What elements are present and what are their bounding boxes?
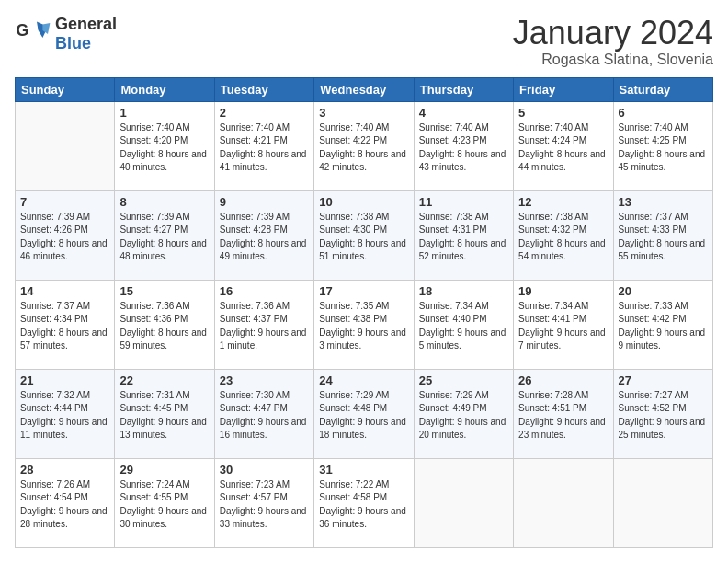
calendar-cell: 25Sunrise: 7:29 AMSunset: 4:49 PMDayligh… bbox=[414, 369, 513, 458]
calendar-week-row-0: 1Sunrise: 7:40 AMSunset: 4:20 PMDaylight… bbox=[16, 101, 713, 190]
day-detail: Sunrise: 7:28 AMSunset: 4:51 PMDaylight:… bbox=[518, 389, 608, 442]
calendar-cell: 21Sunrise: 7:32 AMSunset: 4:44 PMDayligh… bbox=[16, 369, 115, 458]
calendar-cell: 17Sunrise: 7:35 AMSunset: 4:38 PMDayligh… bbox=[314, 280, 414, 369]
day-detail: Sunrise: 7:37 AMSunset: 4:34 PMDaylight:… bbox=[20, 300, 109, 353]
day-number: 26 bbox=[518, 373, 608, 387]
day-number: 3 bbox=[319, 106, 408, 120]
title-section: January 2024 Rogaska Slatina, Slovenia bbox=[513, 15, 713, 68]
day-number: 12 bbox=[518, 195, 608, 209]
day-detail: Sunrise: 7:34 AMSunset: 4:40 PMDaylight:… bbox=[419, 300, 508, 353]
logo-text: General Blue bbox=[55, 15, 117, 53]
day-detail: Sunrise: 7:35 AMSunset: 4:38 PMDaylight:… bbox=[319, 300, 408, 353]
day-detail: Sunrise: 7:39 AMSunset: 4:28 PMDaylight:… bbox=[220, 211, 309, 264]
calendar-cell bbox=[514, 458, 613, 547]
calendar-cell: 27Sunrise: 7:27 AMSunset: 4:52 PMDayligh… bbox=[613, 369, 712, 458]
calendar-cell: 8Sunrise: 7:39 AMSunset: 4:27 PMDaylight… bbox=[115, 190, 214, 280]
calendar-cell: 5Sunrise: 7:40 AMSunset: 4:24 PMDaylight… bbox=[514, 101, 613, 190]
calendar-cell: 14Sunrise: 7:37 AMSunset: 4:34 PMDayligh… bbox=[16, 280, 115, 369]
calendar-cell: 18Sunrise: 7:34 AMSunset: 4:40 PMDayligh… bbox=[414, 280, 513, 369]
day-number: 25 bbox=[419, 373, 508, 387]
calendar-cell: 15Sunrise: 7:36 AMSunset: 4:36 PMDayligh… bbox=[115, 280, 214, 369]
day-number: 21 bbox=[20, 373, 109, 387]
day-detail: Sunrise: 7:31 AMSunset: 4:45 PMDaylight:… bbox=[119, 389, 209, 442]
day-detail: Sunrise: 7:40 AMSunset: 4:25 PMDaylight:… bbox=[619, 121, 708, 175]
header-friday: Friday bbox=[514, 77, 613, 101]
day-detail: Sunrise: 7:29 AMSunset: 4:48 PMDaylight:… bbox=[319, 389, 408, 442]
day-detail: Sunrise: 7:34 AMSunset: 4:41 PMDaylight:… bbox=[518, 300, 608, 353]
day-number: 5 bbox=[518, 106, 608, 120]
calendar-cell: 28Sunrise: 7:26 AMSunset: 4:54 PMDayligh… bbox=[16, 458, 115, 547]
day-detail: Sunrise: 7:40 AMSunset: 4:23 PMDaylight:… bbox=[419, 121, 508, 175]
calendar-cell: 2Sunrise: 7:40 AMSunset: 4:21 PMDaylight… bbox=[214, 101, 313, 190]
logo: G General Blue bbox=[15, 15, 117, 53]
day-detail: Sunrise: 7:29 AMSunset: 4:49 PMDaylight:… bbox=[419, 389, 508, 442]
day-detail: Sunrise: 7:39 AMSunset: 4:26 PMDaylight:… bbox=[20, 211, 109, 264]
day-number: 1 bbox=[119, 106, 209, 120]
calendar-cell: 12Sunrise: 7:38 AMSunset: 4:32 PMDayligh… bbox=[514, 190, 613, 280]
calendar-cell: 10Sunrise: 7:38 AMSunset: 4:30 PMDayligh… bbox=[314, 190, 414, 280]
day-number: 13 bbox=[619, 195, 708, 209]
calendar-cell: 20Sunrise: 7:33 AMSunset: 4:42 PMDayligh… bbox=[613, 280, 712, 369]
header-tuesday: Tuesday bbox=[214, 77, 313, 101]
day-detail: Sunrise: 7:40 AMSunset: 4:21 PMDaylight:… bbox=[220, 121, 309, 175]
day-number: 28 bbox=[20, 463, 109, 477]
day-detail: Sunrise: 7:33 AMSunset: 4:42 PMDaylight:… bbox=[619, 300, 708, 353]
day-number: 29 bbox=[119, 463, 209, 477]
day-number: 2 bbox=[220, 106, 309, 120]
calendar-header-row: Sunday Monday Tuesday Wednesday Thursday… bbox=[16, 77, 713, 101]
day-detail: Sunrise: 7:38 AMSunset: 4:32 PMDaylight:… bbox=[518, 211, 608, 264]
day-number: 23 bbox=[220, 373, 309, 387]
calendar-cell: 3Sunrise: 7:40 AMSunset: 4:22 PMDaylight… bbox=[314, 101, 414, 190]
logo-icon: G bbox=[15, 16, 51, 52]
calendar-cell bbox=[613, 458, 712, 547]
day-number: 17 bbox=[319, 284, 408, 298]
logo-general-text: General bbox=[55, 15, 117, 34]
calendar-cell: 23Sunrise: 7:30 AMSunset: 4:47 PMDayligh… bbox=[214, 369, 313, 458]
calendar-cell: 31Sunrise: 7:22 AMSunset: 4:58 PMDayligh… bbox=[314, 458, 414, 547]
calendar-cell: 19Sunrise: 7:34 AMSunset: 4:41 PMDayligh… bbox=[514, 280, 613, 369]
day-detail: Sunrise: 7:40 AMSunset: 4:24 PMDaylight:… bbox=[518, 121, 608, 175]
svg-text:G: G bbox=[17, 21, 29, 40]
main-title: January 2024 bbox=[513, 15, 713, 52]
page: G General Blue January 2024 Rogaska Slat… bbox=[0, 0, 728, 563]
header-saturday: Saturday bbox=[613, 77, 712, 101]
calendar-cell: 11Sunrise: 7:38 AMSunset: 4:31 PMDayligh… bbox=[414, 190, 513, 280]
day-number: 27 bbox=[619, 373, 708, 387]
day-number: 10 bbox=[319, 195, 408, 209]
calendar-cell: 16Sunrise: 7:36 AMSunset: 4:37 PMDayligh… bbox=[214, 280, 313, 369]
calendar-cell: 1Sunrise: 7:40 AMSunset: 4:20 PMDaylight… bbox=[115, 101, 214, 190]
day-detail: Sunrise: 7:36 AMSunset: 4:36 PMDaylight:… bbox=[119, 300, 209, 353]
calendar-week-row-2: 14Sunrise: 7:37 AMSunset: 4:34 PMDayligh… bbox=[16, 280, 713, 369]
day-number: 24 bbox=[319, 373, 408, 387]
header: G General Blue January 2024 Rogaska Slat… bbox=[15, 15, 713, 68]
calendar-week-row-3: 21Sunrise: 7:32 AMSunset: 4:44 PMDayligh… bbox=[16, 369, 713, 458]
calendar-cell: 7Sunrise: 7:39 AMSunset: 4:26 PMDaylight… bbox=[16, 190, 115, 280]
day-number: 9 bbox=[220, 195, 309, 209]
day-detail: Sunrise: 7:32 AMSunset: 4:44 PMDaylight:… bbox=[20, 389, 109, 442]
header-sunday: Sunday bbox=[16, 77, 115, 101]
day-detail: Sunrise: 7:26 AMSunset: 4:54 PMDaylight:… bbox=[20, 478, 109, 532]
header-thursday: Thursday bbox=[414, 77, 513, 101]
day-detail: Sunrise: 7:37 AMSunset: 4:33 PMDaylight:… bbox=[619, 211, 708, 264]
calendar-cell: 29Sunrise: 7:24 AMSunset: 4:55 PMDayligh… bbox=[115, 458, 214, 547]
calendar-cell: 26Sunrise: 7:28 AMSunset: 4:51 PMDayligh… bbox=[514, 369, 613, 458]
day-number: 31 bbox=[319, 463, 408, 477]
calendar-table: Sunday Monday Tuesday Wednesday Thursday… bbox=[15, 77, 713, 548]
day-detail: Sunrise: 7:24 AMSunset: 4:55 PMDaylight:… bbox=[119, 478, 209, 532]
day-number: 16 bbox=[220, 284, 309, 298]
logo-blue-text: Blue bbox=[55, 34, 117, 53]
calendar-cell: 6Sunrise: 7:40 AMSunset: 4:25 PMDaylight… bbox=[613, 101, 712, 190]
day-detail: Sunrise: 7:38 AMSunset: 4:30 PMDaylight:… bbox=[319, 211, 408, 264]
day-detail: Sunrise: 7:23 AMSunset: 4:57 PMDaylight:… bbox=[220, 478, 309, 532]
day-number: 4 bbox=[419, 106, 508, 120]
day-number: 8 bbox=[119, 195, 209, 209]
calendar-cell: 30Sunrise: 7:23 AMSunset: 4:57 PMDayligh… bbox=[214, 458, 313, 547]
calendar-cell: 9Sunrise: 7:39 AMSunset: 4:28 PMDaylight… bbox=[214, 190, 313, 280]
day-number: 22 bbox=[119, 373, 209, 387]
day-number: 15 bbox=[119, 284, 209, 298]
calendar-week-row-4: 28Sunrise: 7:26 AMSunset: 4:54 PMDayligh… bbox=[16, 458, 713, 547]
calendar-cell bbox=[414, 458, 513, 547]
subtitle: Rogaska Slatina, Slovenia bbox=[513, 52, 713, 68]
day-number: 18 bbox=[419, 284, 508, 298]
day-number: 11 bbox=[419, 195, 508, 209]
